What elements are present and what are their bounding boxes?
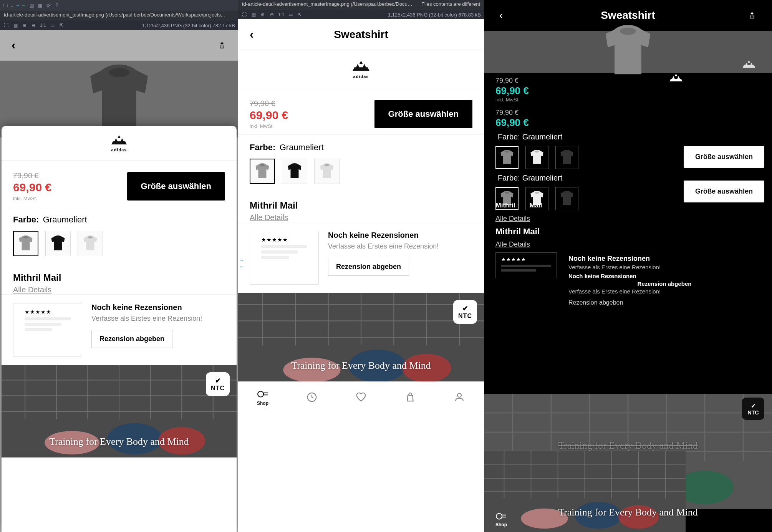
tool-icon[interactable]: ▧ <box>28 2 35 8</box>
swatch-dark[interactable] <box>555 187 578 210</box>
zoom-in-icon[interactable]: ⊕ <box>260 12 266 18</box>
right-diff-pane: ‹ Sweatshirt 79,90 € 69,90 € inkl. MwSt.… <box>484 0 772 532</box>
zoom-label: 1:1 <box>278 12 284 18</box>
zoom-in-icon[interactable]: ⊕ <box>22 22 28 28</box>
vbar-icon[interactable]: ⌄ <box>10 3 14 8</box>
nav-shop[interactable]: Shop <box>495 510 507 527</box>
right-arrow-icon[interactable]: → <box>15 3 20 8</box>
file-tab-master[interactable]: td-article-detail-advertisement_masterIm… <box>238 0 417 10</box>
no-reviews-sub-overlay: Verfasse als Erstes eine Rezension! <box>568 288 760 295</box>
zoom-out-icon[interactable]: ⊖ <box>269 12 275 18</box>
info-strip: ⛶ ▦ ⊕ ⊖ 1:1 ▭ ⇱ 1,125x2,436 PNG (32-bit … <box>0 21 238 30</box>
adidas-logo-icon <box>110 134 128 146</box>
nav-shop[interactable]: Shop <box>257 388 268 406</box>
bottom-nav: Shop <box>238 381 484 412</box>
all-details-link[interactable]: Alle Details <box>495 240 760 249</box>
select-size-button[interactable]: Größe auswählen <box>374 100 472 128</box>
swatch-white[interactable] <box>78 231 103 256</box>
review-block: ★★★★★ Noch keine Rezensionen Verfasse al… <box>2 294 237 365</box>
share-icon[interactable] <box>217 41 227 50</box>
no-reviews-heading: Noch keine Rezensionen <box>328 231 439 240</box>
fit-icon[interactable]: ⛶ <box>3 22 9 28</box>
grid-icon[interactable]: ▦ <box>250 12 257 18</box>
down-icon[interactable]: ↓ <box>6 3 8 8</box>
promo-caption: Training for Every Body and Mind <box>238 360 484 371</box>
brand-name: adidas <box>351 74 371 79</box>
no-reviews-sub: Verfasse als Erstes eine Rezension! <box>328 242 439 251</box>
middle-pane: td-article-detail-advertisement_masterIm… <box>238 0 484 532</box>
export-icon[interactable]: ⇱ <box>58 22 65 28</box>
hoodie-image <box>84 65 154 134</box>
image-meta: 1,125x2,436 PNG (32-bit color) 678.83 kB <box>388 12 481 18</box>
swatch-mail[interactable]: Mail <box>525 187 548 210</box>
hoodie-image <box>601 25 655 79</box>
select-size-button[interactable]: Größe auswählen <box>684 181 764 202</box>
diff-arrow-left-icon: ← <box>239 264 244 270</box>
swatch-grey[interactable] <box>13 231 38 256</box>
price-old: 79,90 € <box>495 109 760 117</box>
nav-account[interactable] <box>454 391 465 403</box>
write-review-button[interactable]: Rezension abgeben <box>91 330 172 348</box>
color-value: Graumeliert <box>280 143 324 152</box>
product-sheet-modal: adidas 79,90 € 69,90 € inkl. MwSt. Größe… <box>2 126 237 532</box>
swatch-white[interactable] <box>525 146 548 169</box>
write-review-button-ghost[interactable]: Rezension abgeben <box>568 299 760 306</box>
crop-icon[interactable]: ▭ <box>287 12 293 18</box>
promo-caption: Training for Every Body and Mind <box>2 436 237 447</box>
price-tax: inkl. MwSt. <box>495 97 760 103</box>
swatch-grey[interactable] <box>250 159 275 184</box>
mithril-title: Mithril Mail <box>238 192 484 213</box>
promo-banner[interactable]: ✔ NTC Training for Every Body and Mind <box>2 365 237 457</box>
promo-banner[interactable]: ✔ NTC Training for Every Body and Mind <box>238 293 484 381</box>
select-size-button[interactable]: Größe auswählen <box>127 172 225 201</box>
brand-logo-row: adidas <box>2 126 237 161</box>
no-reviews-sub: Verfasse als Erstes eine Rezension! <box>568 264 760 270</box>
swatch-white[interactable] <box>314 159 340 184</box>
export-icon[interactable]: ⇱ <box>297 12 303 18</box>
price-new: 69,90 € <box>13 181 51 194</box>
refresh-icon[interactable]: ⟳ <box>45 2 51 8</box>
crop-icon[interactable]: ▭ <box>49 22 55 28</box>
stars-icon: ★★★★★ <box>25 309 71 315</box>
left-pane: ↑ ↓ ⌄ → ← ▧ ▥ ⟳ ? td-article-detail-adve… <box>0 0 238 532</box>
info-strip: ⛶ ▦ ⊕ ⊖ 1:1 ▭ ⇱ 1,125x2,436 PNG (32-bit … <box>238 10 484 19</box>
nav-recent[interactable] <box>306 391 318 403</box>
select-size-button[interactable]: Größe auswählen <box>684 146 764 168</box>
left-arrow-icon[interactable]: ← <box>22 3 26 8</box>
back-icon[interactable]: ‹ <box>12 38 16 52</box>
nav-wishlist[interactable] <box>355 391 367 403</box>
tool-icon[interactable]: ▥ <box>37 2 43 8</box>
write-review-button[interactable]: Rezension abgeben <box>328 258 409 276</box>
grid-icon[interactable]: ▦ <box>12 22 18 28</box>
up-icon[interactable]: ↑ <box>2 3 5 8</box>
price-row: 79,90 € 69,90 € inkl. MwSt. Größe auswäh… <box>2 161 237 207</box>
swatch-black[interactable] <box>282 159 307 184</box>
image-meta: 1,125x2,436 PNG (32-bit color) 782.17 kB <box>142 23 235 28</box>
swatch-grey[interactable] <box>495 146 519 169</box>
no-reviews-sub: Verfasse als Erstes eine Rezension! <box>91 314 202 323</box>
price-new: 69,90 € <box>495 85 760 97</box>
swatch-black[interactable] <box>45 231 71 256</box>
tab-bar: td-article-detail-advertisement_testImag… <box>0 11 238 21</box>
adidas-logo-icon <box>741 60 757 69</box>
nav-arrows: ↑ ↓ ⌄ → ← <box>2 3 26 8</box>
swatch-dark[interactable] <box>555 146 578 169</box>
no-reviews-heading-overlay: Noch keine Rezensionen <box>568 273 760 279</box>
phone-content-left: ‹ adidas 79,90 € 69,90 € inkl. MwSt. <box>0 30 238 532</box>
file-toolbar: ↑ ↓ ⌄ → ← ▧ ▥ ⟳ ? <box>0 0 238 11</box>
mithril-title: Mithril Mail <box>2 264 237 285</box>
no-reviews-heading: Noch keine Rezensionen <box>91 303 202 312</box>
stars-icon: ★★★★★ <box>261 237 307 243</box>
zoom-out-icon[interactable]: ⊖ <box>31 22 37 28</box>
file-tab-test[interactable]: td-article-detail-advertisement_testImag… <box>0 11 238 21</box>
swatch-mithril[interactable]: Mithril <box>495 187 519 210</box>
help-icon[interactable]: ? <box>54 2 60 8</box>
all-details-link-ghost[interactable]: Alle Details <box>495 215 760 223</box>
price-tax: inkl. MwSt. <box>250 123 288 129</box>
promo-scene <box>484 451 686 532</box>
nav-bag[interactable] <box>404 391 416 403</box>
review-placeholder: ★★★★★ <box>495 252 557 278</box>
fit-icon[interactable]: ⛶ <box>241 12 247 18</box>
all-details-link[interactable]: Alle Details <box>2 283 63 302</box>
all-details-link[interactable]: Alle Details <box>238 211 300 230</box>
